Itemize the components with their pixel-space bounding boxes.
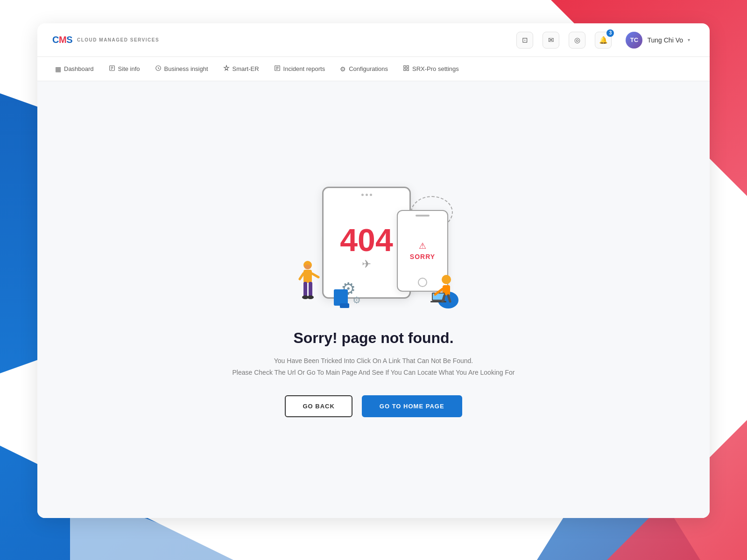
paper-plane-icon: ✈ (362, 258, 371, 271)
svg-point-24 (307, 295, 314, 299)
svg-line-20 (300, 273, 303, 279)
user-name: Tung Chi Vo (647, 36, 683, 44)
nav-item-configurations[interactable]: ⚙ Configurations (333, 62, 395, 77)
action-buttons: GO BACK GO TO HOME PAGE (285, 395, 462, 417)
avatar: TC (626, 32, 642, 49)
nav-item-dashboard[interactable]: ▦ Dashboard (49, 62, 100, 77)
svg-point-17 (304, 265, 311, 269)
error-description: You Have Been Tricked Into Click On A Li… (233, 355, 515, 378)
warning-triangle-icon: ⚠ (419, 241, 426, 251)
tablet-dots (361, 194, 372, 196)
gear-small-icon: ⚙ (352, 294, 361, 306)
svg-line-19 (312, 273, 318, 277)
svg-rect-9 (404, 66, 406, 68)
nav-label-smart-er: Smart-ER (233, 65, 259, 72)
incident-reports-icon (274, 65, 281, 73)
nav-label-configurations: Configurations (349, 65, 388, 72)
notification-badge: 3 (606, 29, 614, 37)
logo-area: CMS CLOUD MANAGED SERVICES (52, 35, 159, 45)
go-home-button[interactable]: GO TO HOME PAGE (362, 395, 462, 417)
notification-wrapper: 🔔 3 (595, 32, 612, 49)
svg-rect-30 (430, 301, 446, 302)
svg-rect-10 (407, 66, 409, 68)
user-menu[interactable]: TC Tung Chi Vo ▾ (621, 29, 695, 51)
person-standing (295, 259, 321, 306)
dashboard-icon: ▦ (55, 65, 61, 73)
sorry-label: SORRY (410, 253, 435, 260)
support-icon: ◎ (574, 36, 580, 44)
chevron-down-icon: ▾ (688, 37, 690, 42)
nav-item-business-insight[interactable]: Business insight (148, 61, 215, 77)
phone-notch (416, 215, 430, 217)
error-desc-line2: Please Check The Url Or Go To Main Page … (233, 367, 515, 378)
site-info-icon (109, 65, 115, 73)
nav-label-business-insight: Business insight (164, 65, 208, 72)
nav-label-site-info: Site info (118, 65, 140, 72)
nav-label-srx-pro: SRX-Pro settings (412, 65, 459, 72)
error-illustration: 404 ✈ ⚠ SORRY ⚙ ⚙ (285, 182, 462, 313)
nav-item-srx-pro[interactable]: SRX-Pro settings (396, 61, 465, 77)
bell-icon: 🔔 (599, 36, 608, 44)
nav-item-smart-er[interactable]: Smart-ER (217, 61, 266, 77)
header-actions: ⊡ ✉ ◎ 🔔 3 TC Tung Chi Vo ▾ (516, 29, 695, 51)
configurations-icon: ⚙ (340, 65, 346, 73)
header: CMS CLOUD MANAGED SERVICES ⊡ ✉ ◎ 🔔 3 (37, 23, 710, 57)
support-icon-button[interactable]: ◎ (569, 32, 585, 49)
error-code-display: 404 (340, 224, 393, 256)
business-insight-icon (155, 65, 162, 73)
error-desc-line1: You Have Been Tricked Into Click On A Li… (233, 355, 515, 367)
srx-pro-icon (403, 65, 409, 73)
app-subtitle: CLOUD MANAGED SERVICES (77, 37, 159, 42)
svg-rect-21 (303, 282, 307, 297)
nav-label-incident-reports: Incident reports (283, 65, 325, 72)
main-card: CMS CLOUD MANAGED SERVICES ⊡ ✉ ◎ 🔔 3 (37, 23, 710, 518)
mail-icon: ✉ (548, 36, 554, 44)
svg-rect-22 (309, 282, 312, 297)
person-sitting (425, 271, 460, 310)
smart-er-icon (223, 65, 230, 73)
go-back-button[interactable]: GO BACK (285, 395, 352, 417)
svg-rect-11 (404, 69, 406, 70)
svg-rect-12 (407, 69, 409, 70)
sorry-box: ⚠ SORRY (410, 241, 435, 260)
nav-item-site-info[interactable]: Site info (102, 61, 147, 77)
blue-box-bottom (340, 303, 349, 308)
error-title: Sorry! page not found. (293, 329, 453, 347)
nav-item-incident-reports[interactable]: Incident reports (268, 61, 332, 77)
screen-icon: ⊡ (522, 36, 528, 44)
nav-label-dashboard: Dashboard (64, 65, 94, 72)
svg-point-27 (442, 275, 451, 284)
svg-rect-18 (303, 270, 312, 283)
app-logo: CMS (52, 35, 72, 45)
nav-bar: ▦ Dashboard Site info Business insight S… (37, 57, 710, 81)
main-content: 404 ✈ ⚠ SORRY ⚙ ⚙ (37, 81, 710, 518)
mail-icon-button[interactable]: ✉ (543, 32, 559, 49)
screen-icon-button[interactable]: ⊡ (516, 32, 533, 49)
